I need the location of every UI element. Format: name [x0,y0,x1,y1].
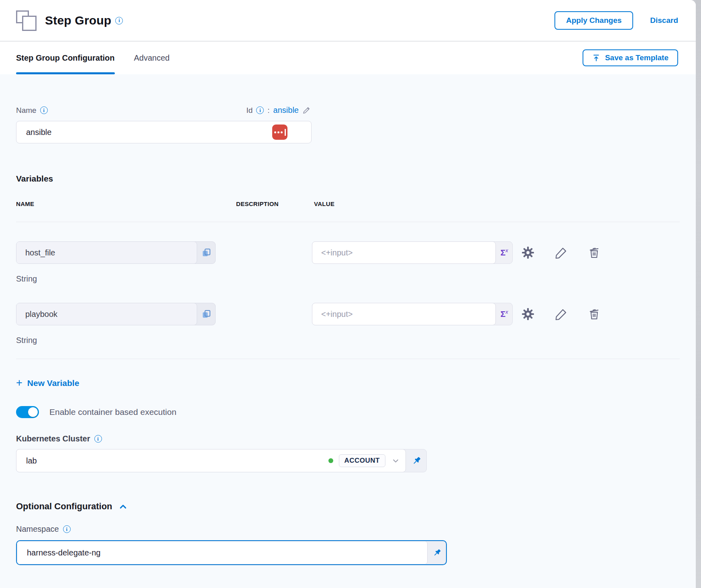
table-divider-bottom [16,359,680,359]
variable-value-field: Σx [312,303,513,325]
name-input[interactable] [16,121,312,143]
scope-badge: ACCOUNT [339,454,386,467]
variable-settings-icon[interactable] [521,245,535,260]
pin-icon[interactable] [406,449,427,472]
namespace-label: Namespace [16,525,59,534]
id-info-icon[interactable]: i [256,106,264,114]
panel-header: Step Group i Apply Changes Discard [0,0,696,41]
copy-icon[interactable] [197,303,216,325]
variable-name-input[interactable] [16,241,197,264]
variable-type-label: String [16,274,680,284]
kubernetes-cluster-info-icon[interactable]: i [94,435,102,443]
optional-configuration-title: Optional Configuration [16,501,112,512]
step-group-info-icon[interactable]: i [115,17,123,24]
variable-name-field [16,241,216,264]
column-name: NAME [16,200,236,207]
edit-id-icon[interactable] [302,106,312,115]
delete-variable-icon[interactable] [588,308,601,321]
namespace-label-group: Namespace i [16,525,71,534]
tab-advanced[interactable]: Advanced [134,41,170,74]
chevron-up-icon[interactable] [118,502,128,512]
new-variable-button[interactable]: + New Variable [16,378,79,388]
variables-table-header: NAME DESCRIPTION VALUE [16,200,680,207]
container-execution-toggle[interactable] [16,406,39,418]
container-execution-label: Enable container based execution [49,407,176,417]
column-description: DESCRIPTION [236,200,314,207]
upload-icon [592,54,600,62]
edit-variable-icon[interactable] [554,246,568,259]
name-label: Name [16,106,37,115]
name-label-group: Name i [16,106,48,115]
variable-name-input[interactable] [16,303,197,325]
delete-variable-icon[interactable] [588,246,601,259]
variables-title: Variables [16,174,680,184]
namespace-input[interactable] [17,541,428,564]
save-as-template-label: Save as Template [605,53,668,62]
connectivity-status-dot [328,458,333,463]
namespace-field [16,540,447,565]
tab-bar: Step Group Configuration Advanced Save a… [0,41,696,74]
plus-icon: + [16,378,22,388]
step-group-icon [16,9,39,32]
save-as-template-button[interactable]: Save as Template [583,49,678,66]
kubernetes-cluster-field: ACCOUNT [16,449,427,472]
expression-icon[interactable]: Σx [496,241,513,264]
copy-icon[interactable] [197,241,216,264]
id-separator: : [267,106,269,115]
configuration-form: Name i Id i : ansible Variables NAME [0,74,696,588]
expression-icon[interactable]: Σx [496,303,513,325]
column-value: VALUE [314,200,680,207]
id-label: Id [246,106,253,115]
id-value: ansible [273,106,299,115]
apply-changes-button[interactable]: Apply Changes [554,11,633,30]
pin-icon[interactable] [428,541,446,564]
step-group-panel: Step Group i Apply Changes Discard Step … [0,0,696,588]
kubernetes-cluster-label-group: Kubernetes Cluster i [16,434,102,443]
variable-row: Σx [16,222,680,284]
variable-value-input[interactable] [312,303,496,325]
password-manager-icon[interactable] [272,125,287,140]
edit-variable-icon[interactable] [554,308,568,321]
variable-name-field [16,303,216,325]
tab-step-group-configuration[interactable]: Step Group Configuration [16,41,115,74]
namespace-info-icon[interactable]: i [63,525,71,533]
variable-type-label: String [16,336,680,345]
variable-settings-icon[interactable] [521,307,535,321]
variable-value-input[interactable] [312,241,496,264]
variable-value-field: Σx [312,241,513,264]
scrollbar-track[interactable] [696,0,701,588]
variable-row: Σx [16,284,680,345]
name-info-icon[interactable]: i [40,106,48,114]
new-variable-label: New Variable [27,378,79,388]
kubernetes-cluster-label: Kubernetes Cluster [16,434,90,443]
chevron-down-icon[interactable] [391,456,400,466]
page-title: Step Group [45,14,111,27]
discard-button[interactable]: Discard [650,16,678,25]
